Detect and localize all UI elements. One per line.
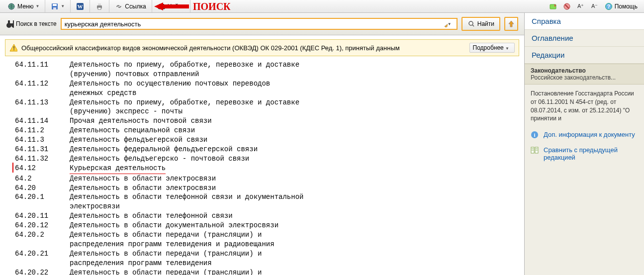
- main-toolbar: Меню ▼ ▼ W Ссылка Найти ПОИСК: [0, 0, 644, 13]
- link-icon: [115, 2, 123, 10]
- save-button[interactable]: ▼: [48, 1, 67, 12]
- code-number: 64.11.12: [15, 79, 70, 89]
- binoculars-icon: [6, 20, 14, 28]
- font-decrease-button[interactable]: A⁻: [588, 1, 601, 12]
- code-row: 64.12Курьерская деятельность: [15, 164, 514, 174]
- code-desc: Деятельность в области электросвязи: [70, 183, 514, 193]
- svg-rect-20: [8, 20, 10, 23]
- code-number: 64.11.14: [15, 116, 70, 126]
- text-search-bar: Поиск в тексте ▼ Найти: [0, 13, 524, 35]
- code-desc: Деятельность фельдъегерской связи: [70, 135, 514, 145]
- code-number: 64.2: [15, 174, 70, 183]
- svg-rect-2: [53, 4, 57, 6]
- font-minus-icon: A⁻: [591, 2, 599, 10]
- code-desc: Курьерская деятельность: [70, 164, 514, 174]
- font-plus-icon: A⁺: [577, 2, 585, 10]
- notice-more-button[interactable]: Подробнее ▼: [469, 43, 515, 53]
- code-desc: Деятельность по осуществлению почтовых п…: [70, 79, 514, 89]
- menu-button[interactable]: Меню ▼: [5, 1, 42, 12]
- code-row: 64.11.32Деятельность фельдъегерско - поч…: [15, 154, 514, 164]
- print-button[interactable]: [93, 1, 106, 12]
- nav-oglavlenie[interactable]: Оглавление: [525, 30, 644, 47]
- code-number: 64.11.32: [15, 154, 70, 164]
- globe-icon: [7, 2, 15, 10]
- law-block: Законодательство Российское законодатель…: [525, 64, 644, 85]
- search-input[interactable]: [61, 18, 458, 30]
- code-row: 64.20.11Деятельность в области телефонно…: [15, 211, 514, 221]
- nav-redaktsii[interactable]: Редакции: [525, 47, 644, 64]
- printer-icon: [95, 2, 103, 10]
- help-icon: ?: [605, 2, 613, 10]
- document-body[interactable]: 64.11.11Деятельность по приему, обработк…: [0, 56, 524, 275]
- code-number: 64.11.3: [15, 135, 70, 145]
- code-desc-cont: распределения программ телевидения и рад…: [70, 240, 514, 249]
- magnifier-icon: [467, 20, 475, 28]
- search-up-button[interactable]: [504, 17, 518, 31]
- svg-text:?: ?: [607, 4, 610, 9]
- floppy-icon: [51, 2, 59, 10]
- code-number: 64.20.21: [15, 249, 70, 259]
- code-desc: Деятельность в области телефонной связи …: [70, 192, 514, 202]
- code-desc-cont: (вручению) экспресс - почты: [70, 107, 514, 116]
- help-button[interactable]: ? Помощь: [602, 1, 640, 12]
- help-label: Помощь: [615, 3, 638, 10]
- svg-text:W: W: [78, 3, 83, 9]
- code-number: 64.20: [15, 183, 70, 193]
- tool-1-button[interactable]: [547, 1, 559, 12]
- code-number: 64.11.13: [15, 98, 70, 107]
- code-number: 64.11.2: [15, 126, 70, 135]
- code-desc: Деятельность по приему, обработке, перев…: [70, 60, 514, 70]
- info-icon: i: [531, 131, 540, 140]
- right-sidebar: Справка Оглавление Редакции Законодатель…: [525, 13, 644, 275]
- code-desc-cont: электросвязи: [70, 202, 514, 211]
- link-doc-info[interactable]: i Доп. информация к документу: [525, 128, 644, 143]
- nav-spravka[interactable]: Справка: [525, 13, 644, 30]
- link-label: Ссылка: [125, 3, 146, 10]
- code-row: 64.11.2Деятельность специальной связи: [15, 126, 514, 135]
- svg-text:!: !: [13, 45, 15, 51]
- forbidden-icon: [563, 2, 571, 10]
- code-desc: Деятельность федеральной фельдъегерской …: [70, 145, 514, 154]
- arrow-left-icon: [154, 2, 189, 11]
- code-desc: Деятельность в области телефонной связи: [70, 211, 514, 221]
- svg-rect-3: [53, 7, 56, 9]
- svg-rect-8: [98, 7, 101, 9]
- law-title: Законодательство: [531, 67, 638, 74]
- code-desc: Деятельность в области электросвязи: [70, 174, 514, 183]
- code-desc: Деятельность в области передачи (трансля…: [70, 249, 514, 259]
- code-row: 64.11.11Деятельность по приему, обработк…: [15, 60, 514, 70]
- word-button[interactable]: W: [74, 1, 87, 12]
- code-desc: Деятельность фельдъегерско - почтовой св…: [70, 154, 514, 164]
- warning-icon: !: [9, 44, 17, 52]
- code-number: 64.20.11: [15, 211, 70, 221]
- code-number: 64.12: [15, 164, 70, 174]
- font-increase-button[interactable]: A⁺: [574, 1, 587, 12]
- notice-banner: ! Общероссийский классификатор видов эко…: [5, 39, 519, 56]
- highlighter-icon[interactable]: ▼: [444, 20, 452, 28]
- code-row: 64.20.21Деятельность в области передачи …: [15, 249, 514, 259]
- svg-text:i: i: [534, 132, 535, 138]
- code-row: 64.20Деятельность в области электросвязи: [15, 183, 514, 193]
- code-desc: Деятельность в области документальной эл…: [70, 221, 514, 230]
- tool-2-button[interactable]: [560, 1, 573, 12]
- code-number: 64.11.31: [15, 145, 70, 154]
- code-row: 64.20.2Деятельность в области передачи (…: [15, 230, 514, 240]
- chevron-down-icon: ▼: [35, 4, 39, 8]
- code-row: 64.11.12Деятельность по осуществлению по…: [15, 79, 514, 89]
- search-label: Поиск в тексте: [6, 20, 57, 28]
- code-row: 64.20.22Деятельность в области передачи …: [15, 268, 514, 275]
- link-button[interactable]: Ссылка: [112, 1, 148, 12]
- svg-rect-7: [98, 3, 101, 5]
- link-compare[interactable]: Сравнить с предыдущей редакцией: [525, 143, 644, 164]
- code-number: 64.20.22: [15, 268, 70, 275]
- arrow-up-icon: [508, 20, 514, 27]
- code-row: 64.11.13Деятельность по приему, обработк…: [15, 98, 514, 107]
- code-row: 64.20.12Деятельность в области документа…: [15, 221, 514, 230]
- reference-text: Постановление Госстандарта России от 06.…: [525, 85, 644, 128]
- search-find-button[interactable]: Найти: [461, 17, 500, 31]
- code-desc-cont: денежных средств: [70, 89, 514, 98]
- search-annotation: ПОИСК: [154, 0, 231, 13]
- menu-label: Меню: [17, 3, 33, 10]
- notice-text: Общероссийский классификатор видов эконо…: [21, 44, 465, 52]
- svg-rect-22: [10, 23, 13, 25]
